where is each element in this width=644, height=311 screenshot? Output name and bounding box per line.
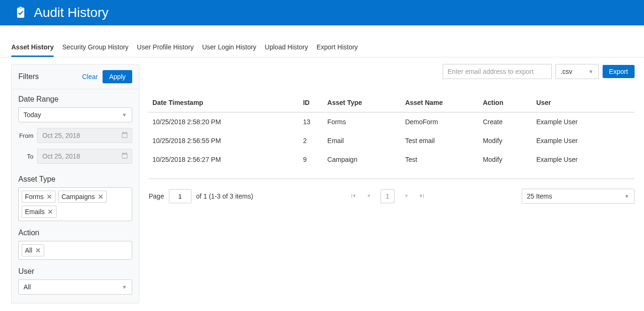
- col-asset-name[interactable]: Asset Name: [401, 93, 479, 112]
- col-timestamp[interactable]: Date Timestamp: [149, 93, 299, 112]
- cell-timestamp: 10/25/2018 2:58:20 PM: [149, 112, 299, 132]
- tab-user-login-history[interactable]: User Login History: [202, 39, 256, 57]
- cell-id: 13: [299, 112, 324, 132]
- date-to-label: To: [18, 153, 37, 160]
- tag-campaigns: Campaigns ✕: [58, 191, 107, 203]
- cell-asset-name: Test: [401, 150, 479, 169]
- tag-emails: Emails ✕: [22, 206, 56, 218]
- cell-id: 9: [299, 150, 324, 169]
- date-range-select[interactable]: Today ▼: [18, 107, 132, 122]
- export-format-value: .csv: [561, 68, 572, 75]
- page-number-input[interactable]: [169, 189, 191, 203]
- date-to-input: [37, 149, 132, 164]
- col-id[interactable]: ID: [299, 93, 324, 112]
- cell-asset-type: Forms: [324, 112, 401, 132]
- tag-label: Emails: [25, 208, 45, 215]
- export-button[interactable]: Export: [603, 65, 635, 78]
- audit-table: Date Timestamp ID Asset Type Asset Name …: [149, 93, 635, 169]
- per-page-value: 25 Items: [527, 192, 552, 200]
- tab-export-history[interactable]: Export History: [317, 39, 358, 57]
- table-row[interactable]: 10/25/2018 2:58:20 PM 13 Forms DemoForm …: [149, 112, 635, 132]
- filters-panel: Filters Clear Apply Date Range Today ▼ F…: [11, 64, 139, 303]
- per-page-select[interactable]: 25 Items ▼: [522, 189, 635, 204]
- clipboard-check-icon: [14, 6, 27, 19]
- page-label: Page: [149, 192, 164, 200]
- page-number-display[interactable]: 1: [381, 189, 395, 203]
- cell-asset-type: Campaign: [324, 150, 401, 169]
- user-label: User: [18, 267, 132, 276]
- cell-id: 2: [299, 131, 324, 150]
- next-page-button[interactable]: [403, 192, 410, 200]
- date-range-label: Date Range: [18, 95, 132, 104]
- asset-type-label: Asset Type: [18, 175, 132, 183]
- cell-timestamp: 10/25/2018 2:56:55 PM: [149, 131, 299, 150]
- cell-user: Example User: [533, 112, 635, 132]
- user-select[interactable]: All ▼: [18, 279, 132, 295]
- cell-action: Create: [479, 112, 533, 132]
- action-tagbox[interactable]: All ✕: [18, 241, 132, 260]
- tab-asset-history[interactable]: Asset History: [11, 39, 54, 57]
- tab-bar: Asset History Security Group History Use…: [0, 39, 644, 57]
- filters-title: Filters: [18, 72, 39, 81]
- cell-action: Modify: [479, 131, 533, 150]
- tag-label: Campaigns: [62, 193, 95, 200]
- tag-action-all: All ✕: [22, 244, 44, 256]
- page-header: Audit History: [0, 0, 644, 25]
- chevron-down-icon: ▼: [122, 284, 127, 290]
- last-page-button[interactable]: [418, 192, 426, 201]
- export-email-input[interactable]: [443, 64, 552, 79]
- action-label: Action: [18, 229, 132, 237]
- export-format-select[interactable]: .csv ▼: [556, 64, 599, 79]
- tag-remove-icon[interactable]: ✕: [98, 193, 103, 200]
- calendar-icon: [121, 131, 128, 140]
- page-title: Audit History: [34, 5, 109, 20]
- cell-asset-name: DemoForm: [401, 112, 479, 132]
- user-select-value: All: [24, 283, 31, 291]
- chevron-down-icon: ▼: [122, 112, 127, 118]
- calendar-icon: [121, 152, 128, 161]
- date-range-value: Today: [24, 111, 41, 119]
- clear-filters-button[interactable]: Clear: [82, 73, 98, 80]
- cell-asset-name: Test email: [401, 131, 479, 150]
- first-page-button[interactable]: [350, 192, 357, 201]
- table-row[interactable]: 10/25/2018 2:56:27 PM 9 Campaign Test Mo…: [149, 150, 635, 169]
- cell-asset-type: Email: [324, 131, 401, 150]
- tab-upload-history[interactable]: Upload History: [265, 39, 308, 57]
- cell-action: Modify: [479, 150, 533, 169]
- date-from-input: [37, 128, 132, 143]
- prev-page-button[interactable]: [366, 192, 372, 200]
- apply-filters-button[interactable]: Apply: [103, 70, 132, 83]
- tab-user-profile-history[interactable]: User Profile History: [137, 39, 194, 57]
- cell-timestamp: 10/25/2018 2:56:27 PM: [149, 150, 299, 169]
- cell-user: Example User: [533, 150, 635, 169]
- tag-forms: Forms ✕: [22, 191, 56, 203]
- tag-label: Forms: [25, 193, 44, 200]
- page-summary: of 1 (1-3 of 3 items): [196, 192, 253, 200]
- date-from-label: From: [18, 132, 37, 139]
- asset-type-tagbox[interactable]: Forms ✕ Campaigns ✕ Emails ✕: [18, 187, 132, 221]
- tag-remove-icon[interactable]: ✕: [48, 208, 53, 215]
- chevron-down-icon: ▼: [588, 69, 594, 74]
- tag-remove-icon[interactable]: ✕: [35, 247, 41, 254]
- col-action[interactable]: Action: [479, 93, 533, 112]
- content-area: .csv ▼ Export Date Timestamp ID Asset Ty…: [139, 57, 644, 204]
- tag-remove-icon[interactable]: ✕: [47, 193, 52, 200]
- col-user[interactable]: User: [533, 93, 635, 112]
- tab-security-group-history[interactable]: Security Group History: [62, 39, 128, 57]
- col-asset-type[interactable]: Asset Type: [324, 93, 401, 112]
- tag-label: All: [25, 247, 32, 254]
- chevron-down-icon: ▼: [624, 193, 629, 199]
- table-row[interactable]: 10/25/2018 2:56:55 PM 2 Email Test email…: [149, 131, 635, 150]
- cell-user: Example User: [533, 131, 635, 150]
